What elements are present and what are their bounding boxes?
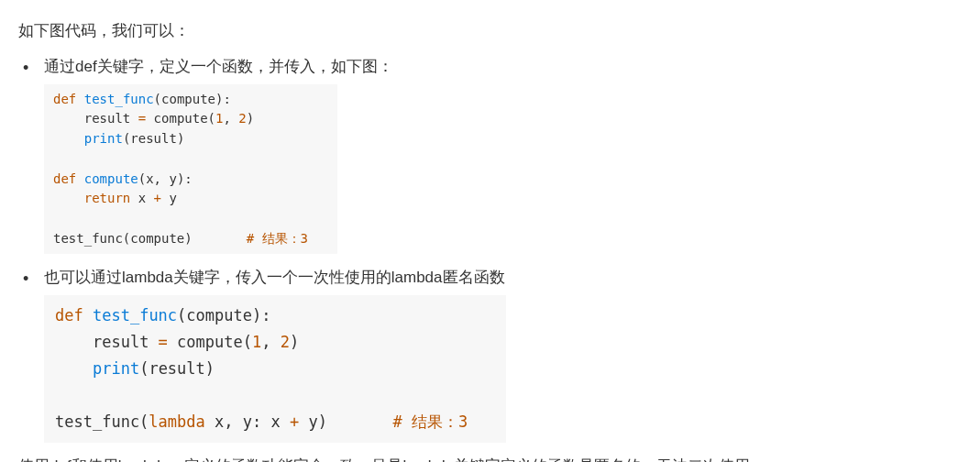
- code-block-1: def test_func(compute): result = compute…: [44, 84, 337, 255]
- bullet-2-text: 也可以通过lambda关键字，传入一个一次性使用的lambda匿名函数: [44, 265, 962, 292]
- kw-lambda: lambda: [149, 412, 204, 431]
- kw-return: return: [84, 191, 131, 205]
- fn-name: test_func: [84, 92, 154, 106]
- comment: # 结果：3: [247, 231, 308, 246]
- kw-def: def: [53, 171, 76, 186]
- fn-print: print: [93, 359, 139, 378]
- code-block-2: def test_func(compute): result = compute…: [44, 295, 506, 442]
- comment: # 结果：3: [393, 412, 468, 431]
- fn-name: test_func: [93, 306, 177, 324]
- kw-def: def: [53, 92, 76, 106]
- fn-print: print: [84, 131, 123, 146]
- bullet-item-1: 通过def关键字，定义一个函数，并传入，如下图： def test_func(c…: [18, 54, 962, 254]
- intro-text: 如下图代码，我们可以：: [18, 18, 962, 45]
- kw-def: def: [55, 306, 83, 324]
- bullet-list: 通过def关键字，定义一个函数，并传入，如下图： def test_func(c…: [18, 54, 962, 443]
- conclusion-text: 使用def和使用lambda，定义的函数功能完全一致，只是lambda关键字定义…: [18, 454, 962, 462]
- fn-name: compute: [84, 171, 138, 186]
- bullet-1-text: 通过def关键字，定义一个函数，并传入，如下图：: [44, 54, 962, 81]
- bullet-item-2: 也可以通过lambda关键字，传入一个一次性使用的lambda匿名函数 def …: [18, 265, 962, 442]
